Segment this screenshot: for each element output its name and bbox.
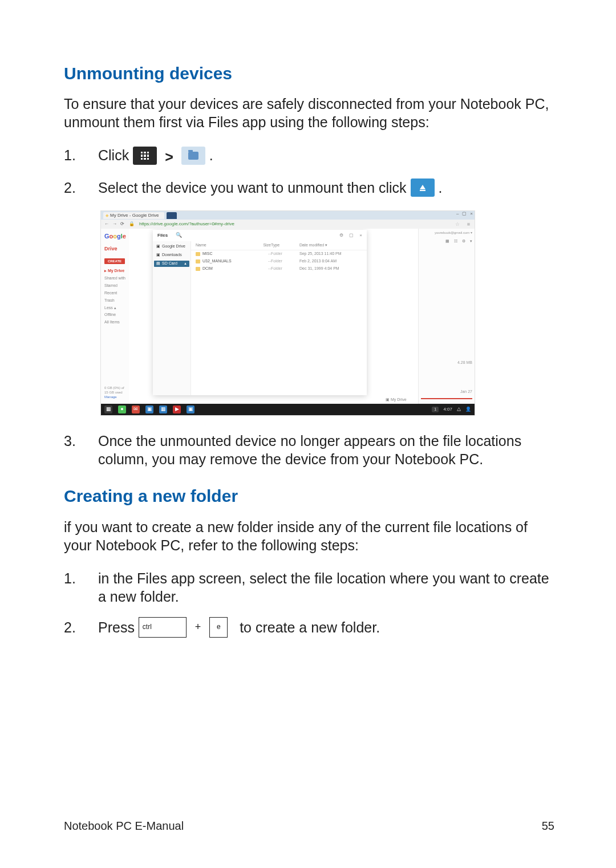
heading-create-folder: Creating a new folder xyxy=(64,485,554,507)
nav-starred[interactable]: Starred xyxy=(102,283,128,289)
window-close[interactable]: × xyxy=(470,211,473,217)
side-google-drive[interactable]: ▣Google Drive xyxy=(154,244,189,250)
manage-link[interactable]: Manage xyxy=(104,395,125,400)
grid-view-icon[interactable]: ☷ xyxy=(454,239,457,244)
forward-icon[interactable]: → xyxy=(112,221,117,227)
eject-icon[interactable] xyxy=(411,179,435,197)
nav-trash[interactable]: Trash xyxy=(102,298,128,303)
th-date[interactable]: Date modified ▾ xyxy=(299,243,362,248)
step3-text: Once the unmounted device no longer appe… xyxy=(98,432,554,468)
google-logo: Google xyxy=(104,232,128,240)
step-number-2: 2. xyxy=(64,179,98,198)
reload-icon[interactable]: ⟳ xyxy=(120,221,124,227)
step2-text-a: Select the device you want to unmount th… xyxy=(98,180,407,196)
list-view-icon[interactable]: ▦ xyxy=(445,239,449,244)
nav-less[interactable]: Less ▴ xyxy=(102,306,128,311)
th-size[interactable]: Size xyxy=(248,243,271,248)
clock[interactable]: 4:07 xyxy=(443,407,452,412)
nav-recent[interactable]: Recent xyxy=(102,291,128,296)
para-unmount-intro: To ensure that your devices are safely d… xyxy=(64,95,554,131)
step1-click-word: Click xyxy=(98,147,129,163)
cstep1-text: in the Files app screen, select the file… xyxy=(98,569,554,606)
close-icon[interactable]: × xyxy=(359,233,362,238)
lock-icon: 🔒 xyxy=(129,221,135,227)
table-row[interactable]: DCIM -- Folder Dec 31, 1999 4:04 PM xyxy=(191,265,367,273)
gear-icon[interactable]: ⚙ xyxy=(339,233,343,238)
footer-left: Notebook PC E-Manual xyxy=(64,819,184,834)
tab-title: My Drive - Google Drive xyxy=(110,212,159,219)
dropdown-icon[interactable]: ▾ xyxy=(470,239,472,244)
settings-icon[interactable]: ⚙ xyxy=(462,239,465,244)
create-button[interactable]: CREATE xyxy=(104,258,125,264)
nav-all-items[interactable]: All Items xyxy=(102,320,128,325)
window-minimize[interactable]: – xyxy=(456,211,459,217)
heading-unmounting: Unmounting devices xyxy=(64,63,554,84)
window-maximize[interactable]: ▢ xyxy=(462,211,467,217)
back-icon[interactable]: ← xyxy=(104,221,109,227)
key-plus: + xyxy=(195,620,201,634)
th-type[interactable]: Type xyxy=(271,243,299,248)
step-number-3: 3. xyxy=(64,432,98,468)
browser-tab[interactable]: ◆ My Drive - Google Drive xyxy=(103,212,164,219)
chrome-icon[interactable]: ● xyxy=(118,405,126,413)
side-sd-card[interactable]: ▤SD Card xyxy=(154,261,189,267)
files-app-icon[interactable] xyxy=(181,147,205,165)
footer-page-number: 55 xyxy=(542,819,554,834)
apps-launcher-icon[interactable] xyxy=(133,147,157,165)
folder-icon xyxy=(196,259,200,263)
step-number-1: 1. xyxy=(64,146,98,165)
step2-text-b: . xyxy=(439,180,443,196)
cstep2-press: Press xyxy=(98,619,135,635)
files-window: Files 🔍 ⚙ ▢ × ▣Google Drive ▣Downloads ▤… xyxy=(153,230,367,395)
step1-period: . xyxy=(209,147,213,163)
user-icon[interactable]: 👤 xyxy=(465,407,471,412)
app-icon-3[interactable]: ▣ xyxy=(187,405,194,413)
drive-left-nav: Google Drive CREATE ▸ My Drive Shared wi… xyxy=(101,229,129,404)
folder-icon xyxy=(196,267,200,271)
second-tab[interactable] xyxy=(167,212,177,219)
cstep-number-1: 1. xyxy=(64,569,98,606)
breadcrumb[interactable]: ▣ My Drive xyxy=(386,398,407,403)
wifi-icon[interactable]: ⧋ xyxy=(457,407,461,412)
folder-icon xyxy=(196,252,200,256)
app-icon-2[interactable]: ▦ xyxy=(159,405,167,413)
nav-offline[interactable]: Offline xyxy=(102,313,128,318)
notification-badge[interactable]: 1 xyxy=(432,407,439,412)
table-row[interactable]: U32_MANUALS -- Folder Feb 2, 2013 8:04 A… xyxy=(191,258,367,265)
storage-text: 0 GB (0%) of 15 GB used xyxy=(104,386,125,395)
side-downloads[interactable]: ▣Downloads xyxy=(154,252,189,258)
nav-shared[interactable]: Shared with xyxy=(102,276,128,281)
r-size: 4.28 MB xyxy=(421,360,472,366)
r-date: Jan 27 xyxy=(421,390,472,395)
cstep2-rest: to create a new folder. xyxy=(240,619,380,635)
maximize-icon[interactable]: ▢ xyxy=(349,233,354,238)
key-e: e xyxy=(209,617,228,638)
gmail-icon[interactable]: ✉ xyxy=(132,405,140,413)
th-name[interactable]: Name xyxy=(196,243,248,248)
chevron-right-text: > xyxy=(165,148,173,166)
nav-my-drive[interactable]: ▸ My Drive xyxy=(102,269,128,274)
files-title: Files xyxy=(157,233,168,238)
para-create-intro: if you want to create a new folder insid… xyxy=(64,518,554,554)
account-label[interactable]: yourebook@gmail.com ▾ xyxy=(421,231,472,236)
drive-word: Drive xyxy=(104,246,128,253)
key-ctrl: ctrl xyxy=(139,617,187,638)
table-row[interactable]: MISC -- Folder Sep 25, 2013 11:40 PM xyxy=(191,250,367,258)
url-text[interactable]: https://drive.google.com/?authuser=0#my-… xyxy=(139,221,234,227)
star-icon[interactable]: ☆ xyxy=(455,221,460,228)
progress-bar xyxy=(421,398,472,399)
menu-icon[interactable]: ≡ xyxy=(467,221,470,228)
launcher-icon[interactable]: ▦ xyxy=(104,405,112,413)
screenshot-files-app: ◆ My Drive - Google Drive – ▢ × ← → ⟳ 🔒 … xyxy=(100,210,475,416)
youtube-icon[interactable]: ▶ xyxy=(173,405,181,413)
cstep-number-2: 2. xyxy=(64,618,98,639)
search-icon[interactable]: 🔍 xyxy=(176,232,182,239)
app-icon-1[interactable]: ▣ xyxy=(145,405,153,413)
